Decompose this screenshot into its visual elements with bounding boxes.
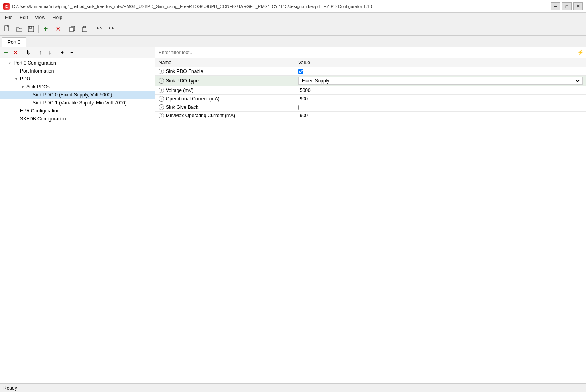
new-button[interactable] (2, 24, 13, 34)
tree-item-sink-pdos[interactable]: ▾ Sink PDOs (0, 83, 155, 91)
toolbar-sep-2 (65, 25, 65, 33)
save-button[interactable] (26, 24, 37, 34)
undo-button[interactable] (94, 24, 105, 34)
row-voltage: ? Voltage (mV) 5000 (155, 86, 586, 95)
cell-voltage-value: 5000 (295, 86, 586, 95)
minimize-button[interactable]: ─ (551, 2, 560, 10)
cell-min-max-name: ? Min/Max Operating Current (mA) (155, 112, 295, 120)
status-text: Ready (3, 385, 17, 391)
cell-sink-pdo-type-name: ? Sink PDO Type (155, 76, 295, 86)
tree-item-epr[interactable]: EPR Configuration (0, 107, 155, 115)
properties-table: Name Value ? Sink PDO Enable (155, 58, 586, 383)
label-voltage: Voltage (mV) (166, 88, 193, 93)
redo-button[interactable] (106, 24, 117, 34)
col-name: Name (155, 58, 295, 67)
title-bar: E C:/Users/kumarma/mtw/pmg1_usbpd_sink_f… (0, 0, 586, 13)
cell-voltage-name: ? Voltage (mV) (155, 86, 295, 95)
expander-port0: ▾ (6, 60, 13, 66)
expander-sp0 (26, 92, 32, 98)
checkbox-sink-give-back[interactable] (298, 105, 303, 110)
main-content: + ✕ ⇅ ↑ ↓ + − ▾ Port 0 Configuration (0, 47, 586, 383)
tree-add-button[interactable]: + (2, 49, 10, 57)
expander-sink-pdos: ▾ (19, 84, 26, 90)
help-min-max[interactable]: ? (159, 113, 164, 118)
svg-rect-7 (83, 26, 86, 28)
tree-sep-3 (56, 49, 56, 56)
menu-file[interactable]: File (2, 14, 16, 21)
tree-up-button[interactable]: ↑ (36, 49, 45, 57)
cell-sink-pdo-type-value: Fixed Supply Variable Supply Battery (295, 76, 586, 86)
tab-port0[interactable]: Port 0 (2, 37, 26, 47)
cell-min-max-value: 900 (295, 112, 586, 120)
label-sink-pdo-enable: Sink PDO Enable (166, 69, 203, 74)
copy-button[interactable] (67, 24, 78, 34)
app-icon: E (3, 3, 10, 10)
props-table: Name Value ? Sink PDO Enable (155, 58, 586, 120)
help-op-current[interactable]: ? (159, 96, 164, 102)
delete-button[interactable]: ✕ (52, 24, 63, 34)
tree-remove-button[interactable]: ✕ (11, 49, 20, 57)
label-min-max: Min/Max Operating Current (mA) (166, 113, 235, 118)
tree-item-sink-pdo-0[interactable]: Sink PDO 0 (Fixed Supply, Volt:5000) (0, 91, 155, 99)
tab-bar: Port 0 (0, 36, 586, 47)
open-button[interactable] (14, 24, 25, 34)
tree-item-port-info[interactable]: Port Information (0, 67, 155, 75)
svg-marker-8 (97, 27, 99, 29)
svg-rect-2 (29, 26, 32, 28)
title-text: C:/Users/kumarma/mtw/pmg1_usbpd_sink_fre… (12, 4, 372, 9)
label-port-info: Port Information (19, 68, 54, 74)
help-sink-pdo-enable[interactable]: ? (159, 69, 164, 74)
filter-input[interactable] (155, 48, 575, 57)
svg-rect-5 (70, 27, 73, 32)
row-min-max-current: ? Min/Max Operating Current (mA) 900 (155, 112, 586, 120)
tree-sort-button[interactable]: ⇅ (24, 49, 32, 57)
status-bar: Ready (0, 383, 586, 392)
menu-edit[interactable]: Edit (16, 14, 31, 21)
close-button[interactable]: ✕ (573, 2, 583, 10)
label-sink-pdos: Sink PDOs (26, 84, 50, 90)
menu-view[interactable]: View (32, 14, 49, 21)
cell-op-current-value: 900 (295, 95, 586, 103)
label-sink-pdo-0: Sink PDO 0 (Fixed Supply, Volt:5000) (32, 92, 112, 98)
title-bar-controls: ─ □ ✕ (551, 2, 583, 10)
help-voltage[interactable]: ? (159, 88, 164, 93)
cell-give-back-name: ? Sink Give Back (155, 103, 295, 112)
add-button[interactable]: + (40, 24, 51, 34)
paste-button[interactable] (79, 24, 90, 34)
expander-port-info (13, 68, 19, 74)
cell-op-current-name: ? Operational Current (mA) (155, 95, 295, 103)
maximize-button[interactable]: □ (562, 2, 572, 10)
select-sink-pdo-type[interactable]: Fixed Supply Variable Supply Battery (300, 78, 581, 84)
left-panel: + ✕ ⇅ ↑ ↓ + − ▾ Port 0 Configuration (0, 47, 155, 383)
row-operational-current: ? Operational Current (mA) 900 (155, 95, 586, 103)
tree-item-port0-config[interactable]: ▾ Port 0 Configuration (0, 59, 155, 67)
toolbar-sep-1 (38, 25, 39, 33)
tree-item-skedb[interactable]: SKEDB Configuration (0, 115, 155, 123)
help-give-back[interactable]: ? (159, 104, 164, 110)
expander-sp1 (26, 100, 32, 106)
tree-expand-button[interactable]: + (58, 49, 67, 57)
value-op-current: 900 (298, 96, 309, 102)
cell-sink-pdo-enable-value (295, 67, 586, 76)
checkbox-sink-pdo-enable[interactable] (298, 69, 303, 74)
row-sink-pdo-enable: ? Sink PDO Enable (155, 67, 586, 76)
tree-item-pdo[interactable]: ▾ PDO (0, 75, 155, 83)
tree-down-button[interactable]: ↓ (45, 49, 54, 57)
tree-item-sink-pdo-1[interactable]: Sink PDO 1 (Variable Supply, Min Volt:70… (0, 99, 155, 107)
value-voltage: 5000 (298, 87, 312, 94)
toolbar-sep-3 (92, 25, 92, 33)
title-bar-left: E C:/Users/kumarma/mtw/pmg1_usbpd_sink_f… (3, 3, 372, 10)
tree-collapse-button[interactable]: − (67, 49, 76, 57)
help-sink-pdo-type[interactable]: ? (159, 78, 164, 84)
label-skedb: SKEDB Configuration (19, 116, 66, 122)
label-sink-pdo-1: Sink PDO 1 (Variable Supply, Min Volt:70… (32, 100, 127, 106)
menu-help[interactable]: Help (49, 14, 66, 21)
label-op-current: Operational Current (mA) (166, 96, 220, 102)
cell-sink-pdo-enable-name: ? Sink PDO Enable (155, 67, 295, 76)
expander-epr (13, 108, 19, 114)
label-sink-pdo-type: Sink PDO Type (166, 78, 199, 84)
cell-give-back-value (295, 103, 586, 112)
label-port0-config: Port 0 Configuration (13, 60, 56, 66)
row-sink-give-back: ? Sink Give Back (155, 103, 586, 112)
svg-marker-9 (112, 27, 113, 29)
